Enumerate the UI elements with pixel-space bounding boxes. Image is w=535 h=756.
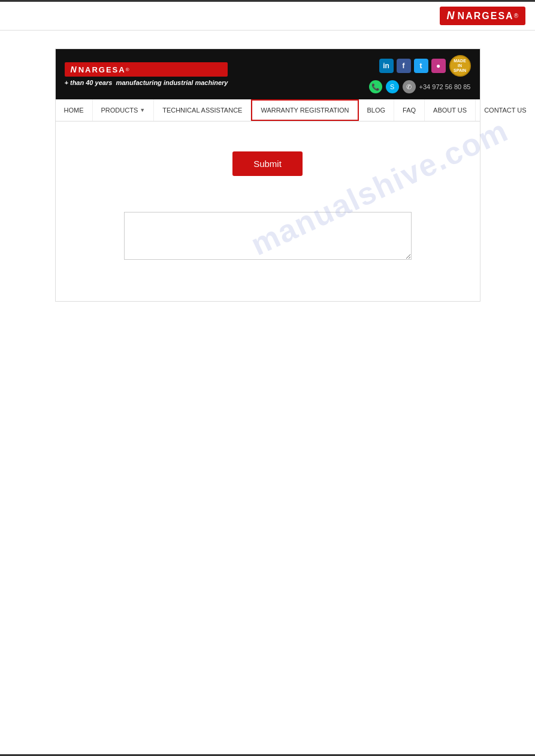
top-header: N NARGESA ®	[0, 2, 535, 31]
header-logo: N NARGESA ®	[440, 7, 525, 25]
nav-about-us[interactable]: ABOUT US	[425, 99, 476, 121]
instagram-icon[interactable]: ●	[431, 59, 446, 73]
site-logo-registered: ®	[126, 67, 129, 72]
whatsapp-icon[interactable]: 📞	[369, 80, 382, 93]
social-icons: in f t ●	[379, 59, 446, 73]
skype-icon[interactable]: S	[386, 80, 399, 93]
linkedin-icon[interactable]: in	[379, 59, 394, 73]
tagline-prefix: + than 40 years	[65, 79, 113, 86]
site-logo-n-icon: N	[71, 65, 77, 74]
spain-badge: MADEINSPAIN	[449, 55, 471, 77]
site-header-right: in f t ● MADEINSPAIN 📞 S ✆ +34 972 56 80…	[369, 55, 471, 93]
logo-n-icon: N	[447, 10, 455, 22]
nav-products[interactable]: PRODUCTS ▼	[93, 99, 155, 121]
page-wrapper: N NARGESA ® + than 40 years manufacturin…	[0, 31, 535, 320]
site-nav: HOME PRODUCTS ▼ TECHNICAL ASSISTANCE WAR…	[56, 99, 480, 122]
contact-row: 📞 S ✆ +34 972 56 80 85	[369, 80, 471, 93]
site-header: N NARGESA ® + than 40 years manufacturin…	[56, 49, 480, 99]
facebook-icon[interactable]: f	[397, 59, 411, 73]
site-logo[interactable]: N NARGESA ®	[65, 62, 228, 77]
nav-home[interactable]: HOME	[56, 99, 93, 121]
site-body: manualshive.com Submit	[56, 122, 480, 301]
nav-contact-us[interactable]: CONTACT US	[476, 99, 535, 121]
submit-button[interactable]: Submit	[232, 151, 303, 176]
site-logo-area: N NARGESA ® + than 40 years manufacturin…	[65, 62, 228, 86]
logo-registered: ®	[514, 13, 518, 19]
browser-content: N NARGESA ® + than 40 years manufacturin…	[55, 48, 480, 302]
phone-icon[interactable]: ✆	[403, 80, 416, 93]
nav-technical-assistance[interactable]: TECHNICAL ASSISTANCE	[154, 99, 251, 121]
nav-blog[interactable]: BLOG	[359, 99, 395, 121]
tagline-suffix: manufacturing industrial machinery	[116, 79, 228, 86]
phone-number: +34 972 56 80 85	[419, 83, 471, 90]
nav-warranty-registration[interactable]: WARRANTY REGISTRATION	[251, 99, 358, 121]
site-logo-name: NARGESA	[78, 65, 126, 74]
site-tagline: + than 40 years manufacturing industrial…	[65, 79, 228, 86]
products-dropdown-arrow: ▼	[140, 107, 145, 113]
twitter-icon[interactable]: t	[414, 59, 428, 73]
logo-name: NARGESA	[458, 11, 514, 22]
nav-faq[interactable]: FAQ	[394, 99, 425, 121]
text-input-box[interactable]	[124, 212, 412, 260]
